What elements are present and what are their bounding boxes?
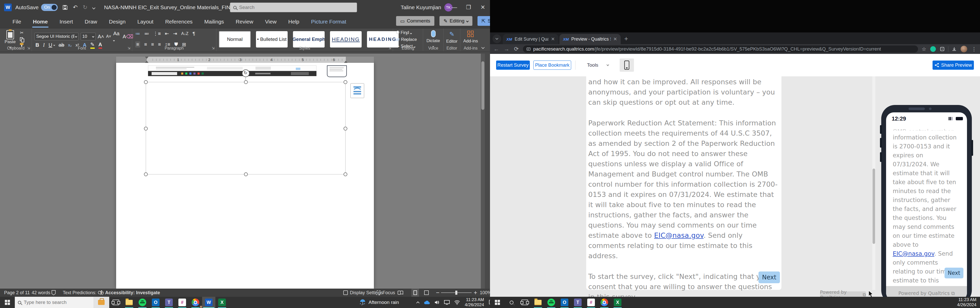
volume-icon[interactable] [434, 300, 439, 305]
onedrive-icon[interactable] [424, 300, 430, 305]
wifi-icon[interactable] [454, 300, 460, 305]
selected-image[interactable]: and how it can be improved. All response… [146, 82, 345, 174]
survey-pane-scrollbar[interactable] [872, 77, 875, 290]
taskbar-app-file-explorer[interactable] [123, 297, 136, 308]
word-count[interactable]: 42 words [32, 289, 50, 297]
zoom-in-button[interactable]: + [474, 289, 477, 297]
phone-email-link[interactable]: EIC@nasa.gov [893, 250, 934, 257]
tab-close-icon[interactable]: ✕ [551, 36, 555, 42]
copy-icon[interactable] [20, 37, 24, 41]
addins-button[interactable]: Add-ins [460, 30, 481, 44]
save-icon[interactable] [62, 5, 68, 10]
find-button[interactable]: Find [396, 30, 417, 35]
share-preview-button[interactable]: Share Preview [932, 61, 974, 70]
shrink-font-icon[interactable]: A˅ [106, 34, 111, 39]
multilevel-list-icon[interactable]: ⋮≡ [153, 30, 161, 37]
document-canvas[interactable]: 1 2 3 4 5 6 [0, 54, 485, 289]
start-button[interactable] [490, 297, 505, 308]
display-icon[interactable] [444, 300, 450, 305]
resize-handle-nw[interactable] [144, 80, 148, 84]
new-tab-button[interactable]: + [624, 35, 628, 43]
taskbar-app-excel[interactable]: X [611, 297, 624, 308]
undo-icon[interactable]: ↶ [73, 4, 78, 11]
chrome-profile-avatar[interactable] [961, 46, 967, 53]
tab-mailings[interactable]: Mailings [199, 15, 230, 29]
autosave-toggle[interactable]: On [41, 4, 58, 11]
taskbar-app-spotify[interactable] [136, 297, 149, 308]
tab-view[interactable]: View [259, 15, 282, 29]
site-info-icon[interactable] [527, 47, 531, 51]
style-bulleted-list[interactable]: • Bulleted List [256, 31, 288, 48]
place-bookmark-button[interactable]: Place Bookmark [533, 61, 571, 70]
download-icon[interactable] [952, 47, 956, 51]
proofing-icon[interactable] [52, 289, 56, 297]
zoom-out-button[interactable]: − [436, 289, 439, 297]
tab-picture-format[interactable]: Picture Format [305, 15, 352, 29]
minimize-button[interactable]: — [447, 0, 461, 15]
address-bar[interactable]: pacificresearch.qualtrics.com/jfe/previe… [523, 45, 918, 53]
customize-qat-icon[interactable] [93, 5, 95, 10]
task-view-button[interactable] [109, 297, 123, 308]
survey-pane-scrollbar-thumb[interactable] [873, 169, 875, 244]
resize-handle-e[interactable] [344, 127, 347, 131]
dictate-button[interactable]: Dictate [423, 30, 443, 48]
grow-font-icon[interactable]: A˄ [98, 34, 104, 40]
font-size-select[interactable]: 10 [81, 33, 96, 40]
cut-icon[interactable]: ✂ [20, 30, 24, 35]
increase-indent-icon[interactable]: ⇥ [173, 30, 177, 37]
taskbar-app-teams[interactable]: T [571, 297, 584, 308]
change-case-icon[interactable]: Aa [113, 30, 121, 42]
tab-layout[interactable]: Layout [131, 15, 159, 29]
numbering-icon[interactable]: ≕ [144, 30, 149, 37]
taskbar-app-outlook[interactable]: O [558, 297, 571, 308]
restart-survey-button[interactable]: Restart Survey [496, 61, 530, 70]
forward-icon[interactable]: → [504, 46, 509, 53]
resize-handle-w[interactable] [144, 127, 148, 131]
close-button[interactable]: ✕ [476, 0, 490, 15]
tab-help[interactable]: Help [283, 15, 305, 29]
resize-handle-se[interactable] [344, 172, 347, 176]
comments-button[interactable]: ▭ Comments [396, 16, 434, 26]
taskbar-clock[interactable]: 11:23 AM 4/26/2024 [465, 297, 484, 308]
bookmark-star-icon[interactable]: ☆ [921, 46, 926, 52]
document-scrollbar-thumb[interactable] [481, 61, 484, 110]
taskbar-app-spotify[interactable] [545, 297, 558, 308]
tools-dropdown[interactable]: Tools [587, 61, 609, 70]
taskbar-app-slack[interactable]: # [176, 297, 189, 308]
zoom-slider[interactable] [441, 289, 472, 297]
tab-draw[interactable]: Draw [79, 15, 103, 29]
editing-mode-button[interactable]: ✎ Editing [439, 16, 473, 26]
taskbar-search-input[interactable] [24, 300, 85, 305]
chrome-tab-edit-survey[interactable]: XM Edit Survey | Qualtrics Experienc ✕ [503, 34, 558, 44]
text-predictions[interactable]: Text Predictions: On [63, 289, 104, 297]
resize-handle-s[interactable] [244, 172, 248, 176]
style-normal[interactable]: Normal [219, 31, 251, 48]
start-button[interactable] [0, 297, 15, 308]
tab-file[interactable]: File [6, 15, 27, 29]
paragraph-dialog-launcher[interactable]: ⇲ [212, 46, 215, 50]
styles-dialog-launcher[interactable]: ⇲ [388, 46, 391, 50]
print-layout-icon[interactable] [411, 289, 419, 297]
tray-expand-icon[interactable] [417, 301, 419, 304]
taskbar-app-chrome[interactable] [598, 297, 611, 308]
clipboard-dialog-launcher[interactable]: ⇲ [27, 46, 30, 50]
bullets-icon[interactable]: ≔ [135, 30, 140, 37]
resize-handle-n[interactable] [244, 80, 248, 84]
taskbar-app-excel[interactable]: X [215, 297, 229, 308]
search-button[interactable] [505, 297, 518, 308]
taskbar-app-teams[interactable]: T [162, 297, 176, 308]
taskbar-app-file-explorer[interactable] [531, 297, 545, 308]
collapse-ribbon-icon[interactable] [482, 45, 484, 49]
back-icon[interactable]: ← [493, 46, 499, 53]
email-link[interactable]: EIC@nasa.gov [654, 231, 703, 239]
decrease-indent-icon[interactable]: ⇤ [165, 30, 169, 37]
sort-icon[interactable]: A↓Z [181, 32, 188, 36]
rotate-handle[interactable]: ↻ [242, 69, 250, 77]
taskbar-clock[interactable]: 11:23 AM 4/26/2024 [957, 297, 977, 308]
clear-formatting-icon[interactable]: A⌫ [123, 34, 134, 40]
tab-close-icon[interactable]: ✕ [613, 36, 617, 42]
restore-button[interactable]: ❐ [461, 0, 476, 15]
next-button[interactable]: Next [759, 271, 780, 283]
tab-references[interactable]: References [159, 15, 198, 29]
pilcrow-icon[interactable]: ¶ [192, 31, 195, 37]
